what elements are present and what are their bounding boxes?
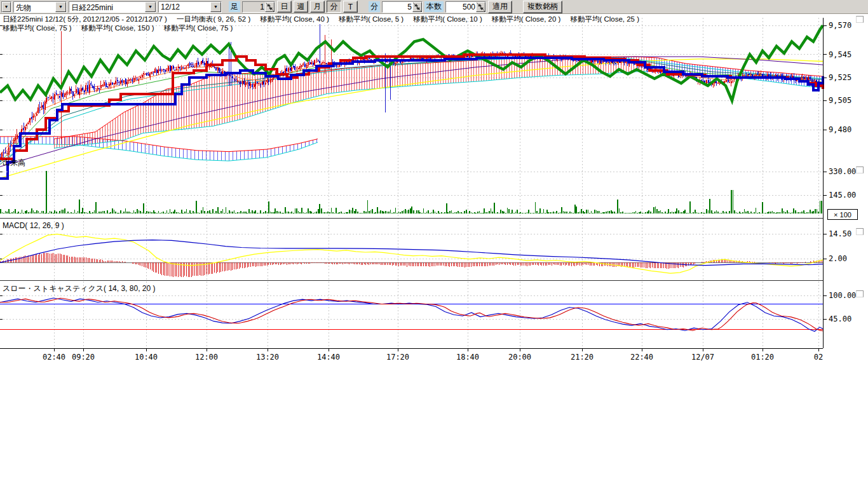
chart-canvas: 9,5709,5459,5259,5059,480330.00145.0014.… [0, 14, 868, 366]
volume-panel: 330.00145.00 [0, 167, 856, 214]
x-axis-label: 02 [814, 353, 823, 362]
interval-button-day[interactable]: 日 [277, 1, 292, 13]
volume-multiplier-badge: × 100 [827, 209, 858, 220]
symbol-combo-value: 日経225mini [69, 2, 145, 12]
x-axis-label: 21:20 [571, 353, 593, 362]
multi-symbol-button[interactable]: 複数銘柄 [523, 1, 562, 13]
count-label: 本数 [424, 1, 444, 12]
chevron-down-icon[interactable]: ▼ [2, 2, 11, 12]
interval-button-month[interactable]: 月 [310, 1, 325, 13]
count-value: 500 [446, 3, 476, 11]
x-axis-label: 17:20 [386, 353, 409, 362]
hidden-combo[interactable]: ▼ [1, 1, 11, 13]
x-axis-label: 18:40 [456, 353, 479, 362]
count-field[interactable]: 500 [445, 1, 486, 13]
volume-panel-label: 出来高 [3, 158, 25, 168]
legend-item: 日経225mini 12/12( 5分, 2012/12/05 - 2012/1… [3, 15, 167, 24]
spinner-icon[interactable] [412, 2, 422, 12]
interval-button-tick[interactable]: T [343, 1, 358, 13]
chevron-down-icon[interactable]: ▼ [210, 2, 221, 12]
x-axis-label: 12:00 [195, 353, 218, 362]
thick-overlays [0, 25, 823, 179]
x-axis-label: 09:20 [72, 353, 95, 362]
macd-panel-label: MACD( 12, 26, 9 ) [3, 221, 64, 230]
x-axis-label: 13:20 [256, 353, 279, 362]
chart-legend-line1: 日経225mini 12/12( 5分, 2012/12/05 - 2012/1… [3, 15, 639, 24]
legend-item: 移動平均( Close, 10 ) [413, 15, 482, 24]
symbol-combo[interactable]: 日経225mini ▼ [69, 1, 156, 13]
y-axis-label: 9,545 [829, 50, 851, 59]
date-combo-value: 12/12 [159, 2, 210, 12]
market-combo[interactable]: 先物 ▼ [13, 1, 67, 13]
minute-field[interactable]: 5 [382, 1, 423, 13]
y-axis-label: 330.00 [829, 167, 856, 176]
bar-period-value: 1 [243, 3, 265, 11]
toolbar: ▼ 先物 ▼ 日経225mini ▼ 12/12 ▼ 足 1 日 週 月 分 T… [0, 0, 868, 14]
chevron-down-icon[interactable]: ▼ [55, 2, 66, 12]
x-axis-label: 10:40 [135, 353, 158, 362]
legend-item: 移動平均( Close, 150 ) [81, 24, 154, 33]
legend-item: 移動平均( Close, 25 ) [570, 15, 639, 24]
y-axis-label: 100.00 [829, 291, 856, 300]
y-axis-label: 14.50 [829, 229, 851, 238]
legend-item: 一目均衡表( 9, 26, 52 ) [177, 15, 250, 24]
macd-panel-corner-icon[interactable] [856, 228, 864, 235]
legend-item: 移動平均( Close, 75 ) [3, 24, 72, 33]
price-panel-corner-icon[interactable] [856, 16, 864, 23]
interval-button-minute[interactable]: 分 [327, 1, 341, 13]
x-axis-label: 12/07 [691, 353, 714, 362]
legend-item: 移動平均( Close, 40 ) [260, 15, 329, 24]
price-panel: 9,5709,5459,5259,5059,480 [0, 21, 851, 179]
stoch-panel-label: スロー・ストキャスティクス( 14, 3, 80, 20 ) [3, 283, 155, 294]
y-axis-label: 9,525 [829, 73, 851, 82]
chevron-down-icon[interactable]: ▼ [145, 2, 156, 12]
legend-item: 移動平均( Close, 5 ) [339, 15, 403, 24]
chart-area: 9,5709,5459,5259,5059,480330.00145.0014.… [0, 14, 868, 488]
volume-panel-corner-icon[interactable] [856, 166, 864, 173]
legend-item: 移動平均( Close, 75 ) [164, 24, 233, 33]
x-axis-label: 02:40 [43, 353, 65, 362]
x-axis-label: 22:40 [630, 353, 653, 362]
macd-panel: 14.502.00 [0, 229, 851, 277]
minute-label: 分 [369, 1, 380, 12]
bar-type-label: 足 [229, 1, 240, 12]
stoch-panel-corner-icon[interactable] [856, 290, 864, 297]
y-axis-label: 2.00 [829, 254, 847, 263]
x-axis-label: 01:20 [751, 353, 774, 362]
date-combo[interactable]: 12/12 ▼ [158, 1, 222, 13]
y-axis-label: 9,570 [829, 21, 851, 30]
spinner-icon[interactable] [476, 2, 485, 12]
interval-button-week[interactable]: 週 [294, 1, 308, 13]
spinner-icon[interactable] [265, 2, 275, 12]
apply-button[interactable]: 適用 [488, 1, 512, 13]
y-axis-label: 9,480 [829, 125, 851, 134]
stochastics-panel: 100.0045.00 [0, 291, 856, 332]
chart-legend-line2: 移動平均( Close, 75 )移動平均( Close, 150 )移動平均(… [3, 24, 233, 33]
y-axis-label: 145.00 [829, 191, 856, 200]
minute-value: 5 [383, 3, 412, 11]
x-axis-label: 14:40 [317, 353, 340, 362]
legend-item: 移動平均( Close, 20 ) [492, 15, 561, 24]
bar-period-field: 1 [242, 1, 275, 13]
y-axis-label: 9,505 [829, 96, 851, 105]
y-axis-label: 45.00 [829, 315, 851, 323]
market-combo-value: 先物 [14, 2, 55, 12]
x-axis-label: 20:00 [508, 353, 531, 362]
